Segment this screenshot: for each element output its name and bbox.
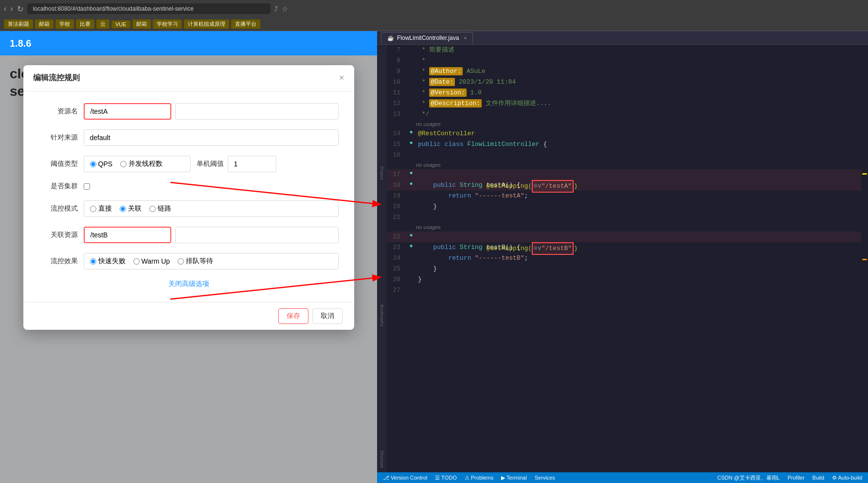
code-line-23: 23 ● public String testB() { xyxy=(387,242,868,253)
url-bar[interactable]: localhost:8080/#/dashboard/flow/cloudali… xyxy=(27,3,271,14)
queue-radio-item[interactable]: 排队等待 xyxy=(178,257,213,266)
related-resource-row: 关联资源 xyxy=(39,227,339,243)
bookmarks-bar: 算法刷题 邮箱 学校 比赛 云 VUE 邮箱 学校学习 计算机组成原理 直播平台 xyxy=(0,18,868,31)
related-resource-label: 关联资源 xyxy=(39,231,78,239)
browser-refresh-icon[interactable]: ↻ xyxy=(17,4,23,14)
related-resource-input[interactable] xyxy=(84,227,171,243)
structure-label: Structure xyxy=(380,450,384,472)
autobuild-btn[interactable]: ⚙ Auto-build xyxy=(832,475,862,481)
bookmark-cloud[interactable]: 云 xyxy=(96,19,109,29)
flow-mode-row: 流控模式 直接 关联 xyxy=(39,200,339,217)
resource-name-extra-input[interactable] xyxy=(175,103,339,120)
dialog-close-button[interactable]: × xyxy=(339,73,344,83)
dialog-body: 资源名 针对来源 阈值类型 xyxy=(23,91,354,302)
resource-name-input[interactable] xyxy=(84,103,171,120)
advanced-link[interactable]: 关闭高级选项 xyxy=(168,280,209,287)
bookmark-vue[interactable]: VUE xyxy=(111,20,130,28)
code-editor: Project Bookmarks Structure 7 * 简要描述 8 xyxy=(377,45,868,472)
single-threshold-input[interactable] xyxy=(228,156,276,172)
dashboard-header: 1.8.6 xyxy=(0,31,377,55)
fast-fail-radio[interactable] xyxy=(90,258,96,265)
dashboard-content: cloudalibaba-sentinel-service xyxy=(0,55,377,483)
line-17-marker[interactable]: ● xyxy=(406,169,416,176)
ide-tab-flow-limit-controller[interactable]: ☕ FlowLimitController.java × xyxy=(381,32,473,43)
code-line-7: 7 * 简要描述 xyxy=(387,45,868,55)
bookmark-email[interactable]: 邮箱 xyxy=(35,19,54,29)
code-line-10: 10 * @Date: 2023/1/20 11:04 xyxy=(387,77,868,88)
ide-left-strip: Project Bookmarks Structure xyxy=(377,45,387,472)
scroll-mark-2 xyxy=(862,259,867,260)
source-input[interactable] xyxy=(84,129,339,146)
warmup-radio[interactable] xyxy=(133,258,140,265)
flow-effect-radio-group: 快速失败 Warm Up 排队等待 xyxy=(84,253,339,269)
fast-fail-radio-item[interactable]: 快速失败 xyxy=(90,257,126,266)
no-usages-2: no usages xyxy=(387,161,868,169)
qps-radio-item[interactable]: QPS xyxy=(90,160,113,168)
bookmark-competition[interactable]: 比赛 xyxy=(76,19,94,29)
ide-panel: ☕ FlowLimitController.java × Project Boo… xyxy=(377,31,868,483)
dialog-title: 编辑流控规则 xyxy=(33,73,80,83)
related-resource-extra[interactable] xyxy=(175,227,339,243)
flow-effect-row: 流控效果 快速失败 Warm Up xyxy=(39,253,339,269)
ide-tab-bar: ☕ FlowLimitController.java × xyxy=(377,31,868,45)
code-line-20: 20 } xyxy=(387,201,868,212)
services-btn[interactable]: Services xyxy=(535,475,555,481)
bookmark-computer-org[interactable]: 计算机组成原理 xyxy=(184,19,229,29)
single-threshold-label: 单机阈值 xyxy=(197,160,224,168)
cancel-button[interactable]: 取消 xyxy=(312,308,343,324)
cluster-checkbox[interactable] xyxy=(84,183,90,190)
chain-radio[interactable] xyxy=(149,206,156,212)
qps-radio[interactable] xyxy=(90,161,96,167)
bookmark-school[interactable]: 学校 xyxy=(55,19,74,29)
browser-back-icon[interactable]: ‹ xyxy=(4,4,6,13)
warmup-radio-item[interactable]: Warm Up xyxy=(133,257,170,265)
bookmark-email2[interactable]: 邮箱 xyxy=(132,19,151,29)
bookmark-school-learning[interactable]: 学校学习 xyxy=(153,19,182,29)
bookmark-icon[interactable]: ☆ xyxy=(282,5,288,13)
chain-radio-item[interactable]: 链路 xyxy=(149,204,171,213)
line-22-marker[interactable]: ● xyxy=(406,232,416,238)
dialog-footer: 保存 取消 xyxy=(23,302,354,330)
java-file-icon: ☕ xyxy=(387,35,394,41)
associate-radio-item[interactable]: 关联 xyxy=(120,204,142,213)
source-row: 针对来源 xyxy=(39,129,339,146)
cluster-checkbox-item[interactable] xyxy=(84,183,90,190)
cluster-row: 是否集群 xyxy=(39,182,339,191)
code-line-26: 26 } xyxy=(387,274,868,285)
problems-btn[interactable]: ⚠ Problems xyxy=(465,475,494,481)
tab-close-icon[interactable]: × xyxy=(464,36,467,41)
direct-radio[interactable] xyxy=(90,206,96,212)
sentinel-dashboard: 1.8.6 cloudalibaba-sentinel-service xyxy=(0,31,377,483)
version-control-btn[interactable]: ⎇ Version Control xyxy=(383,475,427,481)
bookmark-live[interactable]: 直播平台 xyxy=(231,19,260,29)
profiler-btn[interactable]: Profiler xyxy=(788,475,805,481)
line-15-marker[interactable]: ● xyxy=(406,139,416,146)
share-icon[interactable]: ⤴ xyxy=(274,5,278,13)
code-line-16: 16 xyxy=(387,150,868,161)
queue-radio[interactable] xyxy=(178,258,184,265)
associate-radio[interactable] xyxy=(120,206,126,212)
advanced-options-row: 关闭高级选项 xyxy=(39,279,339,288)
browser-chrome: ‹ › ↻ localhost:8080/#/dashboard/flow/cl… xyxy=(0,0,868,18)
code-line-8: 8 * xyxy=(387,55,868,66)
code-line-17: 17 ● @GetMapping(⊙∨"/testA") xyxy=(387,169,868,180)
terminal-btn[interactable]: ▶ Terminal xyxy=(501,475,526,481)
line-23-marker[interactable]: ● xyxy=(406,242,416,249)
browser-forward-icon[interactable]: › xyxy=(10,4,13,13)
build-btn[interactable]: Build xyxy=(813,475,824,481)
bookmarks-label: Bookmarks xyxy=(380,304,384,330)
save-button[interactable]: 保存 xyxy=(278,308,308,324)
bookmark-algorithms[interactable]: 算法刷题 xyxy=(4,19,33,29)
threads-radio-item[interactable]: 并发线程数 xyxy=(120,160,163,168)
threads-radio[interactable] xyxy=(120,161,127,167)
code-line-11: 11 * @Version: 1.0 xyxy=(387,88,868,98)
scroll-mark-1 xyxy=(862,173,867,175)
todo-btn[interactable]: ☰ TODO xyxy=(435,475,456,481)
line-18-marker[interactable]: ● xyxy=(406,180,416,187)
ide-scrollbar[interactable] xyxy=(861,45,868,472)
line-14-marker[interactable]: ● xyxy=(406,128,416,135)
code-line-12: 12 * @Description: 文件作用详细描述.... xyxy=(387,98,868,109)
direct-radio-item[interactable]: 直接 xyxy=(90,204,112,213)
resource-name-row: 资源名 xyxy=(39,103,339,120)
no-usages-3: no usages xyxy=(387,223,868,232)
